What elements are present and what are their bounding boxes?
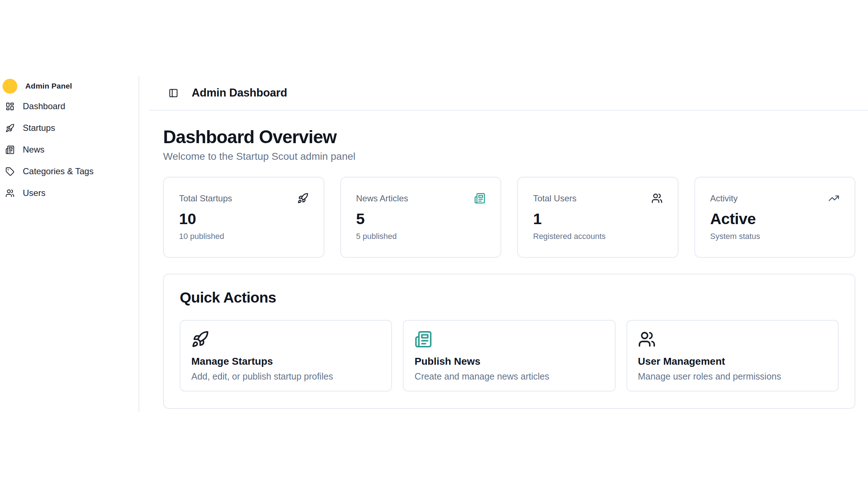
action-title: Manage Startups [191,356,380,367]
app-shell: Admin Panel Dashboard Startups News Cate… [0,76,868,412]
stat-value: 1 [533,210,663,228]
top-header: Admin Dashboard [149,76,868,111]
dashboard-content: Dashboard Overview Welcome to the Startu… [149,111,868,409]
stat-card-total-users: Total Users 1 Registered accounts [517,177,678,258]
stat-value: Active [710,210,840,228]
header-title: Admin Dashboard [192,86,287,99]
stat-label: News Articles [356,193,408,204]
action-title: Publish News [414,356,604,367]
users-icon [638,330,656,348]
panel-left-icon [169,88,178,98]
tag-icon [5,167,14,176]
stat-subtext: System status [710,232,840,241]
sidebar-item-news[interactable]: News [0,139,139,160]
stat-value: 10 [179,210,309,228]
stats-row: Total Startups 10 10 published News Arti… [163,177,855,258]
sidebar-toggle-button[interactable] [169,88,178,98]
sidebar-item-dashboard[interactable]: Dashboard [0,95,139,117]
rocket-icon [297,193,309,204]
users-icon [651,193,663,204]
sidebar-item-startups[interactable]: Startups [0,117,139,139]
brand-logo-circle [3,79,17,94]
layout-dashboard-icon [5,102,14,111]
sidebar-brand: Admin Panel [0,77,139,95]
sidebar: Admin Panel Dashboard Startups News Cate… [0,76,139,412]
stat-card-news-articles: News Articles 5 5 published [340,177,502,258]
rocket-icon [5,124,14,133]
users-icon [5,189,14,198]
newspaper-icon [414,330,432,348]
action-card-user-management[interactable]: User Management Manage user roles and pe… [626,320,839,391]
action-description: Create and manage news articles [414,371,604,382]
stat-label: Activity [710,193,738,204]
action-description: Manage user roles and permissions [638,371,827,382]
sidebar-item-label: Users [23,188,46,198]
action-title: User Management [638,356,827,367]
stat-label: Total Users [533,193,576,204]
quick-actions-row: Manage Startups Add, edit, or publish st… [180,320,839,391]
action-card-manage-startups[interactable]: Manage Startups Add, edit, or publish st… [180,320,392,391]
newspaper-icon [5,145,14,154]
quick-actions-panel: Quick Actions Manage Startups Add, edit,… [163,274,855,408]
stat-subtext: 10 published [179,232,309,241]
stat-subtext: 5 published [356,232,486,241]
stat-subtext: Registered accounts [533,232,663,241]
main-area: Admin Dashboard Dashboard Overview Welco… [139,76,868,412]
newspaper-icon [474,193,485,204]
sidebar-nav: Dashboard Startups News Categories & Tag… [0,95,139,204]
trending-up-icon [828,193,839,204]
page-subtitle: Welcome to the Startup Scout admin panel [163,150,855,163]
sidebar-item-label: News [23,145,44,155]
stat-label: Total Startups [179,193,232,204]
sidebar-item-label: Startups [23,123,55,133]
sidebar-item-categories-tags[interactable]: Categories & Tags [0,160,139,182]
page-title: Dashboard Overview [163,127,855,148]
stat-value: 5 [356,210,486,228]
stat-card-total-startups: Total Startups 10 10 published [163,177,324,258]
sidebar-item-label: Categories & Tags [23,166,94,176]
sidebar-item-users[interactable]: Users [0,182,139,204]
sidebar-item-label: Dashboard [23,101,65,111]
brand-label: Admin Panel [25,82,72,90]
action-description: Add, edit, or publish startup profiles [191,371,380,382]
action-card-publish-news[interactable]: Publish News Create and manage news arti… [403,320,615,391]
stat-card-activity: Activity Active System status [694,177,856,258]
quick-actions-title: Quick Actions [180,289,839,307]
rocket-icon [191,330,209,348]
